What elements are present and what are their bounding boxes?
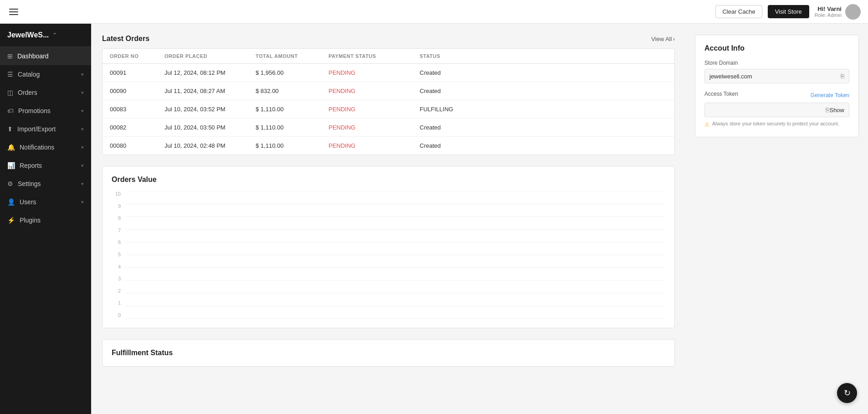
hamburger-button[interactable]	[7, 7, 20, 17]
user-greeting: Hi! Varni	[815, 5, 842, 12]
cell-order-placed: Jul 10, 2024, 03:52 PM	[164, 106, 256, 113]
cell-status: Created	[420, 124, 488, 131]
warning-text: ⚠ Always store your token securely to pr…	[704, 121, 849, 128]
y-label-2: 2	[112, 288, 121, 294]
fulfillment-title: Fulfillment Status	[112, 349, 665, 357]
sidebar-item-plugins[interactable]: ⚡ Plugins	[0, 211, 91, 229]
plugins-icon: ⚡	[7, 217, 15, 224]
sidebar-item-left: 🏷 Promotions	[7, 107, 51, 114]
user-role: Role: Admin	[815, 12, 842, 18]
sidebar-item-label: Reports	[20, 162, 42, 169]
table-row[interactable]: 00083 Jul 10, 2024, 03:52 PM $ 1,110.00 …	[103, 100, 674, 119]
cell-payment-status: PENDING	[329, 124, 420, 131]
show-token-button[interactable]: Show	[829, 107, 844, 114]
sidebar-item-users[interactable]: 👤 Users ▾	[0, 193, 91, 211]
chevron-right-icon: ›	[673, 36, 675, 42]
orders-table: ORDER NO ORDER PLACED TOTAL AMOUNT PAYME…	[102, 48, 675, 155]
table-row[interactable]: 00082 Jul 10, 2024, 03:50 PM $ 1,110.00 …	[103, 119, 674, 137]
sidebar-item-catalog[interactable]: ☰ Catalog ▾	[0, 65, 91, 83]
chevron-down-icon: ▾	[81, 199, 84, 205]
cell-status: Created	[420, 88, 488, 94]
users-icon: 👤	[7, 198, 15, 206]
chevron-down-icon: ▾	[81, 163, 84, 169]
user-text: Hi! Varni Role: Admin	[815, 5, 842, 18]
store-domain-field: jewelwesell.com ⎘	[704, 69, 849, 83]
col-order-placed: ORDER PLACED	[164, 53, 256, 59]
copy-icon[interactable]: ⎘	[841, 72, 844, 80]
token-value	[709, 107, 826, 114]
layout: JewelWeS... ⌃ ⊞ Dashboard ☰ Catalog ▾ ◫ …	[0, 24, 868, 414]
y-label-5: 5	[112, 252, 121, 257]
visit-store-button[interactable]: Visit Store	[768, 5, 809, 18]
sidebar-item-dashboard[interactable]: ⊞ Dashboard	[0, 47, 91, 65]
sidebar-item-import-export[interactable]: ⬆ Import/Export ▾	[0, 120, 91, 138]
reports-icon: 📊	[7, 162, 15, 169]
chart-grid	[125, 191, 665, 319]
cell-total-amount: $ 1,110.00	[256, 124, 329, 131]
col-payment-status: PAYMENT STATUS	[329, 53, 420, 59]
cell-order-placed: Jul 10, 2024, 02:48 PM	[164, 142, 256, 149]
right-panel: Accout Info Store Domain jewelwesell.com…	[686, 24, 868, 414]
cell-payment-status: PENDING	[329, 88, 420, 94]
sidebar-item-settings[interactable]: ⚙ Settings ▾	[0, 175, 91, 193]
logo-text: JewelWeS...	[7, 31, 49, 39]
chart-title: Orders Value	[112, 176, 665, 184]
account-info-title: Accout Info	[704, 44, 849, 52]
view-all-link[interactable]: View All ›	[651, 36, 675, 42]
sidebar-item-left: ⚡ Plugins	[7, 217, 41, 224]
copy-token-icon[interactable]: ⎘	[826, 106, 829, 114]
sidebar-item-reports[interactable]: 📊 Reports ▾	[0, 156, 91, 175]
table-row[interactable]: 00080 Jul 10, 2024, 02:48 PM $ 1,110.00 …	[103, 137, 674, 155]
sidebar-item-label: Plugins	[20, 217, 41, 224]
clear-cache-button[interactable]: Clear Cache	[715, 5, 762, 18]
y-label-7: 7	[112, 228, 121, 233]
sidebar-item-left: 📊 Reports	[7, 162, 42, 169]
access-token-label: Access Token	[704, 91, 738, 97]
table-row[interactable]: 00091 Jul 12, 2024, 08:12 PM $ 1,956.00 …	[103, 64, 674, 82]
y-label-1: 1	[112, 300, 121, 305]
generate-token-link[interactable]: Generate Token	[811, 92, 849, 98]
y-label-4: 4	[112, 264, 121, 269]
cell-order-placed: Jul 11, 2024, 08:27 AM	[164, 88, 256, 94]
cell-status: Created	[420, 142, 488, 149]
notifications-icon: 🔔	[7, 144, 15, 151]
sidebar-item-left: ☰ Catalog	[7, 71, 40, 78]
floating-action-button[interactable]: ↻	[837, 383, 857, 403]
y-label-0: 0	[112, 312, 121, 318]
chevron-down-icon: ▾	[81, 126, 84, 132]
sidebar: JewelWeS... ⌃ ⊞ Dashboard ☰ Catalog ▾ ◫ …	[0, 24, 91, 414]
chart-area: 0 1 2 3 4 5 6 7 8 9 10	[112, 191, 665, 319]
sidebar-item-left: ⊞ Dashboard	[7, 52, 49, 60]
sidebar-item-promotions[interactable]: 🏷 Promotions ▾	[0, 102, 91, 120]
warning-message: Always store your token securely to prot…	[712, 121, 839, 126]
sidebar-item-label: Catalog	[18, 71, 40, 78]
cell-payment-status: PENDING	[329, 106, 420, 113]
cell-payment-status: PENDING	[329, 142, 420, 149]
dashboard-icon: ⊞	[7, 52, 13, 60]
sidebar-item-orders[interactable]: ◫ Orders ▾	[0, 83, 91, 102]
cell-order-no: 00083	[110, 106, 164, 113]
cell-order-no: 00091	[110, 69, 164, 76]
avatar	[845, 4, 861, 20]
cell-order-no: 00090	[110, 88, 164, 94]
promotions-icon: 🏷	[7, 107, 14, 114]
table-row[interactable]: 00090 Jul 11, 2024, 08:27 AM $ 832.00 PE…	[103, 82, 674, 100]
chevron-down-icon: ▾	[81, 145, 84, 150]
sidebar-item-notifications[interactable]: 🔔 Notifications ▾	[0, 138, 91, 156]
chevron-down-icon: ▾	[81, 90, 84, 96]
fulfillment-section: Fulfillment Status	[102, 339, 675, 367]
sidebar-item-left: ⚙ Settings	[7, 180, 41, 187]
sidebar-item-label: Dashboard	[17, 52, 49, 60]
cell-total-amount: $ 1,956.00	[256, 69, 329, 76]
y-label-6: 6	[112, 239, 121, 245]
col-total-amount: TOTAL AMOUNT	[256, 53, 329, 59]
latest-orders-header: Latest Orders View All ›	[102, 35, 675, 43]
import-export-icon: ⬆	[7, 125, 13, 133]
sidebar-logo: JewelWeS... ⌃	[0, 24, 91, 47]
access-token-row: Access Token Generate Token	[704, 91, 849, 100]
catalog-icon: ☰	[7, 71, 13, 78]
sidebar-item-label: Notifications	[20, 144, 54, 151]
header-right: Clear Cache Visit Store Hi! Varni Role: …	[715, 4, 861, 20]
sidebar-item-label: Import/Export	[17, 125, 56, 133]
cell-order-placed: Jul 10, 2024, 03:50 PM	[164, 124, 256, 131]
